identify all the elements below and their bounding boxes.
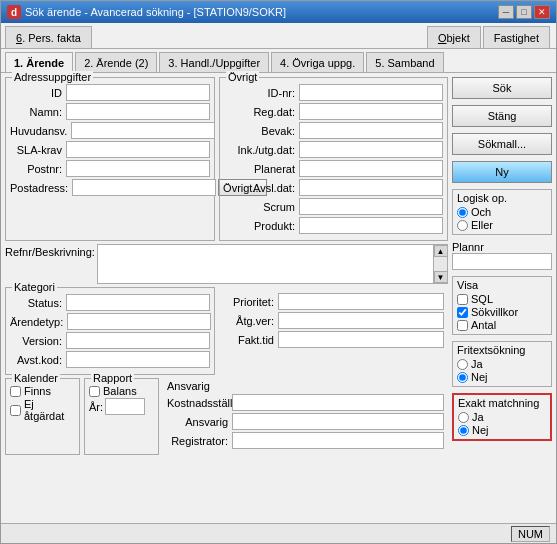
fakttid-input[interactable] xyxy=(278,331,444,348)
num-indicator: NUM xyxy=(511,526,550,542)
id-label: ID xyxy=(10,87,66,99)
status-input[interactable] xyxy=(66,294,210,311)
kostnadsstalle-input[interactable] xyxy=(232,394,444,411)
refnr-textarea[interactable] xyxy=(98,245,433,283)
stang-button[interactable]: Stäng xyxy=(452,105,552,127)
kostnadsstalle-label: Kostnadsställe xyxy=(167,397,232,409)
ansvarig-input[interactable] xyxy=(232,413,444,430)
ansvarig-label: Ansvarig xyxy=(167,416,232,428)
postnr-input[interactable] xyxy=(66,160,210,177)
atgver-input[interactable] xyxy=(278,312,444,329)
finns-checkbox[interactable] xyxy=(10,386,21,397)
logisk-eller-radio[interactable] xyxy=(457,220,468,231)
scroll-up-arrow[interactable]: ▲ xyxy=(434,245,448,257)
exakt-ja-row: Ja xyxy=(458,411,546,423)
plann-input[interactable] xyxy=(452,253,552,270)
fritext-section: Fritextsökning Ja Nej xyxy=(452,341,552,387)
logisk-eller-row: Eller xyxy=(457,219,547,231)
sok-button[interactable]: Sök xyxy=(452,77,552,99)
fakttid-row: Fakt.tid xyxy=(223,331,444,348)
planerat-input[interactable] xyxy=(299,160,443,177)
planerat-label: Planerat xyxy=(224,163,299,175)
titlebar-controls: ─ □ ✕ xyxy=(498,5,550,19)
refnr-section: Refnr/Beskrivning: ▲ ▼ xyxy=(5,244,448,284)
close-button[interactable]: ✕ xyxy=(534,5,550,19)
visa-sokvillkor-checkbox[interactable] xyxy=(457,307,468,318)
planerat-row: Planerat xyxy=(224,160,443,177)
idnr-row: ID-nr: xyxy=(224,84,443,101)
maximize-button[interactable]: □ xyxy=(516,5,532,19)
minimize-button[interactable]: ─ xyxy=(498,5,514,19)
refnr-wrapper: ▲ ▼ xyxy=(97,244,448,284)
namn-input[interactable] xyxy=(66,103,210,120)
sla-input[interactable] xyxy=(66,141,210,158)
kalender-group-label: Kalender xyxy=(12,372,60,384)
visa-antal-checkbox[interactable] xyxy=(457,320,468,331)
refnr-label: Refnr/Beskrivning: xyxy=(5,244,95,258)
tab-arende2[interactable]: 2. Ärende (2) xyxy=(75,52,157,72)
prioritet-label: Prioritet: xyxy=(223,296,278,308)
tab-fastighet[interactable]: Fastighet xyxy=(483,26,550,48)
visa-antal-label: Antal xyxy=(471,319,496,331)
logisk-och-row: Och xyxy=(457,206,547,218)
prioritet-input[interactable] xyxy=(278,293,444,310)
huvud-row: Huvudansv. xyxy=(10,122,210,139)
fritext-ja-radio[interactable] xyxy=(457,359,468,370)
produkt-input[interactable] xyxy=(299,217,443,234)
adress-group-label: Adressuppgifter xyxy=(12,71,93,83)
bevak-label: Bevak: xyxy=(224,125,299,137)
tab-objekt[interactable]: Objekt xyxy=(427,26,481,48)
visa-sokvillkor-row: Sökvillkor xyxy=(457,306,547,318)
tab-ovriga[interactable]: 4. Övriga uppg. xyxy=(271,52,364,72)
namn-row: Namn: xyxy=(10,103,210,120)
postadress-input[interactable] xyxy=(72,179,216,196)
logisk-och-radio[interactable] xyxy=(457,207,468,218)
scroll-down-arrow[interactable]: ▼ xyxy=(434,271,448,283)
avsldat-label: Avsl.dat: xyxy=(224,182,299,194)
atgver-label: Åtg.ver: xyxy=(223,315,278,327)
ovrigt-group: Övrigt ID-nr: Reg.dat: Bevak: xyxy=(219,77,448,241)
sokmall-button[interactable]: Sökmall... xyxy=(452,133,552,155)
bevak-row: Bevak: xyxy=(224,122,443,139)
huvud-input[interactable] xyxy=(71,122,215,139)
postnr-row: Postnr: xyxy=(10,160,210,177)
ansvarig-section-label: Ansvarig xyxy=(167,380,210,392)
balans-checkbox[interactable] xyxy=(89,386,100,397)
postadress-label: Postadress: xyxy=(10,182,72,194)
tab-pers-fakta[interactable]: 6. Pers. fakta xyxy=(5,26,92,48)
finns-row: Finns xyxy=(10,385,75,397)
regdat-input[interactable] xyxy=(299,103,443,120)
sla-row: SLA-krav xyxy=(10,141,210,158)
bevak-input[interactable] xyxy=(299,122,443,139)
tab-arende1[interactable]: 1. Ärende xyxy=(5,52,73,72)
arendetyp-input[interactable] xyxy=(67,313,211,330)
tab-handl[interactable]: 3. Handl./Uppgifter xyxy=(159,52,269,72)
idnr-input[interactable] xyxy=(299,84,443,101)
ar-label: År: xyxy=(89,401,105,413)
inkutg-input[interactable] xyxy=(299,141,443,158)
version-input[interactable] xyxy=(66,332,210,349)
tab-samband[interactable]: 5. Samband xyxy=(366,52,443,72)
inkutg-label: Ink./utg.dat: xyxy=(224,144,299,156)
exakt-nej-radio[interactable] xyxy=(458,425,469,436)
registrator-row: Registrator: xyxy=(167,432,444,449)
fakttid-label: Fakt.tid xyxy=(223,334,278,346)
logisk-title: Logisk op. xyxy=(457,192,547,204)
version-label: Version: xyxy=(10,335,66,347)
arendetyp-label: Ärendetyp: xyxy=(10,316,67,328)
registrator-input[interactable] xyxy=(232,432,444,449)
id-input[interactable] xyxy=(66,84,210,101)
right-column: Sök Stäng Sökmall... Ny Logisk op. Och E… xyxy=(452,77,552,519)
avstkod-input[interactable] xyxy=(66,351,210,368)
exakt-ja-radio[interactable] xyxy=(458,412,469,423)
ar-input[interactable] xyxy=(105,398,145,415)
inkutg-row: Ink./utg.dat: xyxy=(224,141,443,158)
avsldat-input[interactable] xyxy=(299,179,443,196)
version-row: Version: xyxy=(10,332,210,349)
visa-sql-checkbox[interactable] xyxy=(457,294,468,305)
scrum-input[interactable] xyxy=(299,198,443,215)
ejatgarda-checkbox[interactable] xyxy=(10,405,21,416)
huvud-label: Huvudansv. xyxy=(10,125,71,137)
fritext-nej-radio[interactable] xyxy=(457,372,468,383)
ny-button[interactable]: Ny xyxy=(452,161,552,183)
